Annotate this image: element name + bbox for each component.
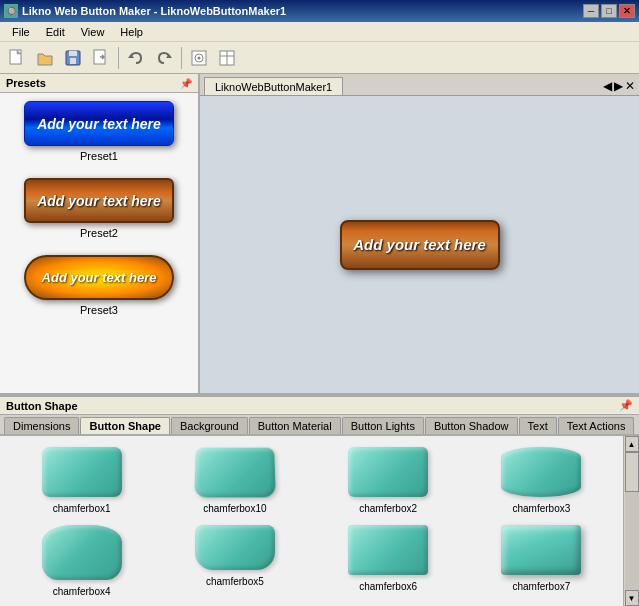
panel-pin[interactable]: 📌 [180, 78, 192, 89]
toolbar-preview[interactable] [186, 46, 212, 70]
app-title: Likno Web Button Maker - LiknoWebButtonM… [22, 5, 286, 17]
preset-item-3[interactable]: Add your text here Preset3 [0, 247, 198, 324]
scroll-track[interactable] [625, 452, 639, 590]
nav-close-icon[interactable]: ✕ [625, 79, 635, 93]
chamfer-shape-1 [42, 447, 122, 497]
panel-pin-2[interactable]: 📌 [619, 399, 633, 412]
title-bar: 🔘 Likno Web Button Maker - LiknoWebButto… [0, 0, 639, 22]
top-pane: Presets 📌 Add your text here Preset1 Add… [0, 74, 639, 396]
shape-preview-cb1[interactable] [39, 444, 125, 500]
shape-label-cb2: chamferbox2 [359, 503, 417, 514]
shape-preview-cb5[interactable] [192, 522, 278, 573]
tab-background[interactable]: Background [171, 417, 248, 434]
shape-label-cb10: chamferbox10 [203, 503, 266, 514]
shape-label-cb7: chamferbox7 [512, 581, 570, 592]
close-button[interactable]: ✕ [619, 4, 635, 18]
presets-header: Presets 📌 [0, 74, 198, 93]
svg-point-10 [198, 56, 201, 59]
shape-preview-cb7[interactable] [498, 522, 584, 578]
preset-label-2: Preset2 [8, 227, 190, 239]
menu-file[interactable]: File [4, 24, 38, 40]
preset-label-3: Preset3 [8, 304, 190, 316]
chamfer-shape-7 [501, 525, 581, 575]
shape-preview-cb2[interactable] [345, 444, 431, 500]
nav-right-icon[interactable]: ▶ [614, 79, 623, 93]
tab-button-shadow[interactable]: Button Shadow [425, 417, 518, 434]
chamfer-shape-2 [348, 447, 428, 497]
menu-edit[interactable]: Edit [38, 24, 73, 40]
shape-label-cb5: chamferbox5 [206, 576, 264, 587]
shape-preview-cb10[interactable] [192, 444, 278, 500]
shape-chamferbox2[interactable]: chamferbox2 [315, 444, 462, 516]
shape-preview-cb6[interactable] [345, 522, 431, 578]
tab-text-actions[interactable]: Text Actions [558, 417, 635, 434]
scroll-thumb[interactable] [625, 452, 639, 492]
toolbar-undo[interactable] [123, 46, 149, 70]
shape-label-cb3: chamferbox3 [512, 503, 570, 514]
shape-grid: chamferbox1 chamferbox10 chamferbox2 [0, 436, 623, 606]
main-area: Presets 📌 Add your text here Preset1 Add… [0, 74, 639, 606]
preset-button-1[interactable]: Add your text here [24, 101, 174, 146]
preset-item-1[interactable]: Add your text here Preset1 [0, 93, 198, 170]
shape-label-cb6: chamferbox6 [359, 581, 417, 592]
shape-preview-cb4[interactable] [39, 522, 125, 583]
toolbar [0, 42, 639, 74]
shape-chamferbox6[interactable]: chamferbox6 [315, 522, 462, 599]
minimize-button[interactable]: ─ [583, 4, 599, 18]
svg-rect-4 [70, 58, 76, 64]
tab-button-shape[interactable]: Button Shape [80, 417, 170, 434]
toolbar-save[interactable] [60, 46, 86, 70]
scrollbar: ▲ ▼ [623, 436, 639, 606]
bottom-panel-header: Button Shape 📌 [0, 396, 639, 415]
chamfer-shape-5 [195, 525, 275, 570]
toolbar-separator-2 [181, 47, 182, 69]
shape-chamferbox4[interactable]: chamferbox4 [8, 522, 155, 599]
canvas-body: Add your text here [200, 96, 639, 393]
toolbar-settings[interactable] [214, 46, 240, 70]
shape-label-cb4: chamferbox4 [53, 586, 111, 597]
menu-bar: File Edit View Help [0, 22, 639, 42]
bottom-panel: Button Shape 📌 Dimensions Button Shape B… [0, 396, 639, 606]
preset-item-2[interactable]: Add your text here Preset2 [0, 170, 198, 247]
chamfer-shape-4 [42, 525, 122, 580]
menu-help[interactable]: Help [112, 24, 151, 40]
chamfer-shape-6 [348, 525, 428, 575]
preset-button-3[interactable]: Add your text here [24, 255, 174, 300]
preset-button-2[interactable]: Add your text here [24, 178, 174, 223]
preview-button[interactable]: Add your text here [340, 220, 500, 270]
presets-panel: Presets 📌 Add your text here Preset1 Add… [0, 74, 200, 393]
toolbar-export[interactable] [88, 46, 114, 70]
shape-chamferbox5[interactable]: chamferbox5 [161, 522, 308, 599]
shape-chamferbox10[interactable]: chamferbox10 [161, 444, 308, 516]
app-icon: 🔘 [4, 4, 18, 18]
preset-label-1: Preset1 [8, 150, 190, 162]
svg-rect-3 [69, 51, 77, 56]
toolbar-separator-1 [118, 47, 119, 69]
maximize-button[interactable]: □ [601, 4, 617, 18]
canvas-tab-bar: LiknoWebButtonMaker1 ◀ ▶ ✕ [200, 74, 639, 96]
tab-strip: Dimensions Button Shape Background Butto… [0, 415, 639, 436]
shape-chamferbox7[interactable]: chamferbox7 [468, 522, 615, 599]
shape-chamferbox1[interactable]: chamferbox1 [8, 444, 155, 516]
toolbar-redo[interactable] [151, 46, 177, 70]
shape-label-cb1: chamferbox1 [53, 503, 111, 514]
scroll-up-button[interactable]: ▲ [625, 436, 639, 452]
shape-preview-cb3[interactable] [498, 444, 584, 500]
menu-view[interactable]: View [73, 24, 113, 40]
tab-text[interactable]: Text [519, 417, 557, 434]
canvas-tab[interactable]: LiknoWebButtonMaker1 [204, 77, 343, 95]
shape-chamferbox3[interactable]: chamferbox3 [468, 444, 615, 516]
scroll-down-button[interactable]: ▼ [625, 590, 639, 606]
tab-dimensions[interactable]: Dimensions [4, 417, 79, 434]
toolbar-open[interactable] [32, 46, 58, 70]
toolbar-new[interactable] [4, 46, 30, 70]
tab-button-material[interactable]: Button Material [249, 417, 341, 434]
nav-left-icon[interactable]: ◀ [603, 79, 612, 93]
canvas-nav[interactable]: ◀ ▶ ✕ [603, 79, 635, 95]
tab-button-lights[interactable]: Button Lights [342, 417, 424, 434]
chamfer-shape-10 [194, 448, 276, 498]
chamfer-shape-3 [501, 447, 581, 497]
canvas-area: LiknoWebButtonMaker1 ◀ ▶ ✕ Add your text… [200, 74, 639, 393]
